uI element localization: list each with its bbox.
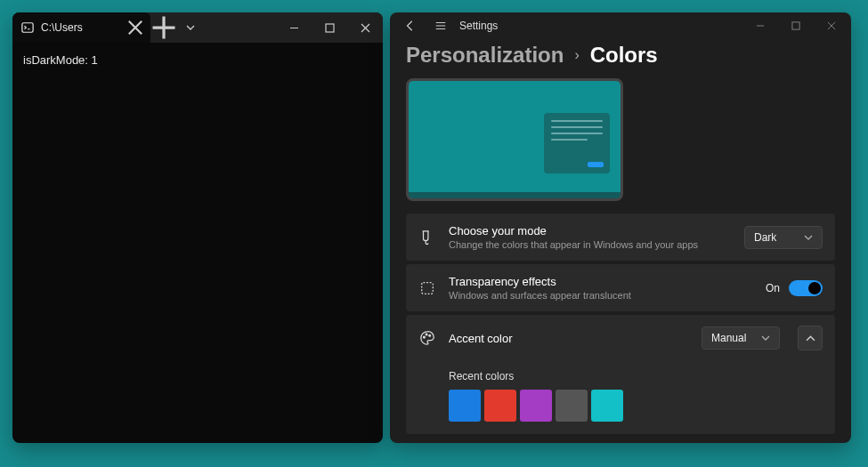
accent-dropdown[interactable]: Manual [702,326,780,350]
transparency-icon [418,279,436,297]
terminal-icon [21,21,34,34]
terminal-tab[interactable]: C:\Users [12,12,150,43]
color-swatch[interactable] [520,390,552,422]
svg-point-4 [424,336,426,338]
chevron-up-icon [806,334,815,343]
recent-color-swatches [449,390,823,422]
settings-window: Settings Personalization › Colors [390,12,851,443]
tab-close-button[interactable] [127,20,143,36]
transparency-card[interactable]: Transparency effects Windows and surface… [406,264,835,311]
maximize-button[interactable] [778,12,814,39]
terminal-body[interactable]: isDarkMode: 1 [12,43,383,79]
settings-app-title: Settings [459,20,498,32]
collapse-button[interactable] [798,326,823,350]
terminal-window: C:\Users isDarkMode: 1 [12,12,383,443]
maximize-button[interactable] [312,12,347,43]
terminal-output-line: isDarkMode: 1 [23,52,372,70]
accent-color-card[interactable]: Accent color Manual [406,315,835,361]
card-title: Choose your mode [449,224,732,238]
transparency-toggle[interactable] [789,280,823,296]
card-description: Change the colors that appear in Windows… [449,239,732,250]
mode-dropdown[interactable]: Dark [744,226,823,249]
svg-point-6 [429,334,431,336]
hamburger-menu-button[interactable] [426,12,456,39]
new-tab-button[interactable] [150,12,177,43]
card-description: Windows and surfaces appear translucent [449,290,753,301]
svg-rect-2 [792,22,799,29]
toggle-state-label: On [766,282,780,294]
svg-rect-3 [422,282,434,294]
color-swatch[interactable] [449,390,481,422]
card-title: Transparency effects [449,275,753,288]
card-title: Accent color [449,332,689,345]
minimize-button[interactable] [742,12,778,39]
recent-colors-section: Recent colors [406,361,835,434]
svg-rect-0 [22,23,33,33]
settings-titlebar: Settings [390,12,851,39]
choose-mode-card[interactable]: Choose your mode Change the colors that … [406,213,835,261]
chevron-right-icon: › [574,47,579,63]
chevron-down-icon [761,334,770,342]
color-preview [390,78,851,213]
brush-icon [418,229,436,246]
chevron-down-icon [804,233,813,242]
breadcrumb: Personalization › Colors [390,39,851,78]
tab-dropdown-button[interactable] [177,12,204,43]
color-swatch[interactable] [484,390,516,422]
color-swatch[interactable] [556,390,588,422]
breadcrumb-parent[interactable]: Personalization [406,43,564,68]
dropdown-value: Manual [711,332,746,344]
svg-rect-1 [326,24,334,32]
close-button[interactable] [347,12,383,43]
terminal-tab-title: C:\Users [41,21,120,34]
preview-mock-window [544,113,610,173]
close-button[interactable] [814,12,849,39]
recent-colors-label: Recent colors [449,370,823,382]
svg-point-5 [426,334,427,335]
back-button[interactable] [395,12,426,39]
color-swatch[interactable] [591,390,623,422]
page-title: Colors [590,43,658,68]
dropdown-value: Dark [754,231,776,244]
minimize-button[interactable] [276,12,312,43]
palette-icon [418,329,436,347]
terminal-titlebar: C:\Users [12,12,383,43]
